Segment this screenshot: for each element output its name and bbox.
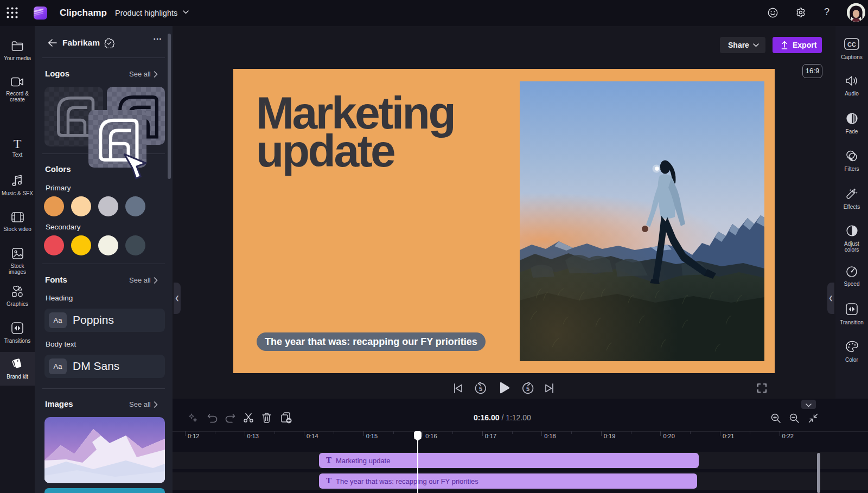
svg-text:5: 5: [479, 386, 482, 392]
svg-text:CC: CC: [847, 41, 856, 48]
svg-text:5: 5: [526, 386, 529, 392]
